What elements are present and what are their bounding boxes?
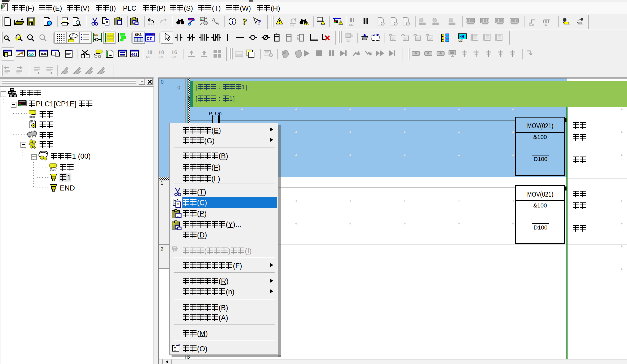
svg-text:?: ? — [257, 18, 261, 26]
svg-text:(22): (22) — [544, 23, 548, 26]
svg-text:(22): (22) — [346, 39, 351, 42]
svg-text:(22): (22) — [146, 55, 151, 58]
svg-text:SMA: SMA — [135, 33, 142, 37]
svg-text:001: 001 — [131, 53, 138, 57]
svg-text:(22): (22) — [171, 55, 176, 58]
svg-text:(22): (22) — [158, 55, 163, 58]
svg-text:(22): (22) — [290, 24, 294, 27]
svg-text:10: 10 — [158, 49, 164, 55]
svg-text:CI: CI — [147, 36, 152, 41]
svg-text:(22): (22) — [458, 39, 463, 42]
svg-text:HH: HH — [459, 34, 464, 39]
svg-text:?: ? — [242, 17, 247, 27]
svg-text:16: 16 — [171, 49, 177, 55]
svg-text:A: A — [212, 17, 215, 22]
svg-text:(22): (22) — [349, 23, 355, 26]
svg-text:10: 10 — [147, 49, 152, 55]
svg-text:(22): (22) — [529, 23, 534, 26]
svg-text:HH: HH — [94, 33, 99, 37]
svg-text:w: w — [71, 34, 74, 36]
svg-text:B: B — [216, 22, 219, 26]
